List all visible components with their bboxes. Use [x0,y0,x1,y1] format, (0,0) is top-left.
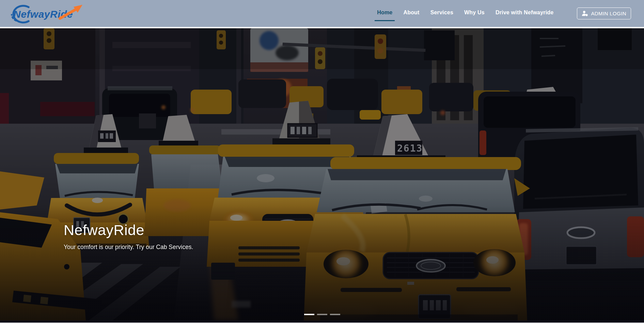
nav-why-us[interactable]: Why Us [464,8,485,19]
carousel-indicator-1[interactable] [304,314,314,315]
carousel-indicator-3[interactable] [330,314,340,315]
carousel-indicators [0,314,644,315]
admin-login-label: ADMIN LOGIN [591,11,626,16]
carousel-indicator-2[interactable] [317,314,327,315]
user-gear-icon [582,11,588,16]
hero-caption: NefwayRide Your comfort is our priority.… [64,222,193,251]
nav-about[interactable]: About [403,8,420,19]
nav-drive-with-nefwayride[interactable]: Drive with Nefwayride [495,8,554,19]
hero-subtitle: Your comfort is our priority. Try our Ca… [64,244,193,251]
logo-text: NefwayRide [13,9,73,20]
nav-home[interactable]: Home [377,8,393,19]
photo-overlay [0,28,644,321]
page: NefwayRide Home About Services Why Us Dr… [0,0,644,323]
hero-photo-illustration: 2613 [0,28,644,321]
next-section-edge [0,321,644,323]
hero-title: NefwayRide [64,222,193,238]
main-nav: Home About Services Why Us Drive with Ne… [377,7,631,19]
header: NefwayRide Home About Services Why Us Dr… [0,0,644,28]
logo-graphic: NefwayRide [8,3,95,24]
nav-services[interactable]: Services [430,8,454,19]
admin-login-button[interactable]: ADMIN LOGIN [577,7,631,19]
logo[interactable]: NefwayRide [8,3,95,24]
hero-carousel: 2613 [0,28,644,321]
